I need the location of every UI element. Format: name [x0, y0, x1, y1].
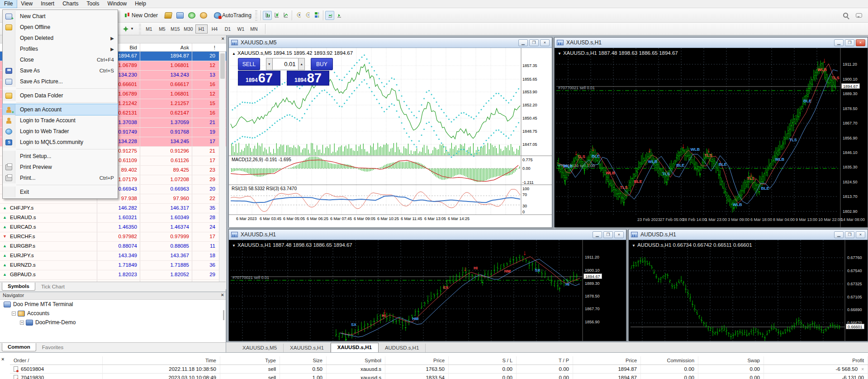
column-ask[interactable]: Ask — [140, 43, 192, 51]
orders-column-profit[interactable]: Profit — [764, 356, 868, 365]
orders-column-s-l[interactable]: S / L — [449, 356, 517, 365]
file-menu-item-login-to-mql5-community[interactable]: Login to MQL5.community — [3, 137, 118, 148]
menubar-item-view[interactable]: View — [17, 0, 37, 8]
community-icon[interactable] — [199, 11, 208, 20]
window-title-bar[interactable]: XAUUSD.s,H1 ▁ ❐ × — [229, 230, 626, 240]
orders-column-type[interactable]: Type — [220, 356, 280, 365]
orders-column-swap[interactable]: Swap — [698, 356, 764, 365]
chart-tab-1[interactable]: XAUUSD.s,H1 — [284, 344, 331, 352]
chat-icon[interactable] — [854, 11, 863, 20]
file-menu-item-print-preview[interactable]: Print Preview — [3, 162, 118, 173]
tile-windows-icon[interactable] — [312, 11, 321, 20]
close-order-icon[interactable]: × — [861, 367, 864, 372]
file-menu-item-print-[interactable]: Print...Ctrl+P — [3, 173, 118, 183]
market-watch-row[interactable]: EURAUD.s▲1.603211.6034928 — [0, 213, 226, 223]
line-chart-button[interactable] — [281, 11, 290, 20]
zoom-in-icon[interactable] — [294, 11, 303, 20]
window-title-bar[interactable]: AUDUSD.s,H1 ▁ ❐ × — [629, 230, 868, 240]
menubar-item-help[interactable]: Help — [131, 0, 150, 8]
market-watch-row[interactable]: GBPAUD.s▲1.820231.8205229 — [0, 270, 226, 280]
metaeditor-icon[interactable] — [175, 11, 185, 20]
file-menu-item-profiles[interactable]: Profiles▶ — [3, 43, 118, 54]
orders-column-time[interactable]: Time — [103, 356, 220, 365]
timeframe-h4[interactable]: H4 — [209, 24, 221, 34]
order-row[interactable]: 704198302023.03.10 10:08:49sell1.00xauus… — [10, 374, 868, 379]
file-menu-item-open-deleted[interactable]: Open Deleted▶ — [3, 33, 118, 43]
close-icon[interactable]: × — [222, 36, 224, 41]
timeframe-m15[interactable]: M15 — [169, 24, 181, 34]
file-menu-item-save-as-picture-[interactable]: Save As Picture... — [3, 76, 118, 87]
minimize-icon[interactable]: ▁ — [834, 231, 844, 238]
navigator-item[interactable]: −Accounts — [0, 309, 226, 318]
lot-size-input[interactable]: 0.01 — [273, 58, 299, 70]
order-row[interactable]: 650198042022.11.18 10:38:50sell0.50xauus… — [10, 365, 868, 374]
chart-area-h1-bottom[interactable]: #70770021 sell 0.01↑↓↑↓↑↓↑SXHIHMSXHIHMSX… — [229, 240, 626, 341]
file-menu-item-open-data-folder[interactable]: Open Data Folder — [3, 90, 118, 101]
chart-area-h1-top[interactable]: #70770021 sell 0.01#70419830 sell 1.00↑↓… — [555, 48, 868, 227]
menubar-item-insert[interactable]: Insert — [37, 0, 58, 8]
navigator-tab-favorites[interactable]: Favorites — [36, 343, 69, 352]
expand-icon[interactable]: + — [20, 321, 24, 325]
menubar-item-charts[interactable]: Charts — [58, 0, 82, 8]
chart-area-m5[interactable]: ▲XAUUSD.s,M5 1894.15 1895.42 1893.92 189… — [229, 48, 552, 227]
timeframe-m1[interactable]: M1 — [143, 24, 155, 34]
auto-scroll-button[interactable] — [325, 11, 334, 20]
autotrading-button[interactable]: AutoTrading — [211, 10, 254, 21]
window-title-bar[interactable]: XAUUSD.s,M5 ▁ ❐ × — [229, 38, 552, 48]
timeframe-d1[interactable]: D1 — [222, 24, 234, 34]
chart-tab-2[interactable]: XAUUSD.s,H1 — [331, 343, 379, 352]
orders-column-symbol[interactable]: Symbol — [327, 356, 385, 365]
minimize-icon[interactable]: ▁ — [593, 231, 602, 238]
file-menu-item-login-to-trade-account[interactable]: Login to Trade Account — [3, 115, 118, 126]
timeframe-w1[interactable]: W1 — [235, 24, 247, 34]
market-watch-row[interactable]: EURJPY.s▲143.349143.36718 — [0, 251, 226, 261]
menubar-item-file[interactable]: File — [0, 0, 17, 8]
collapse-icon[interactable]: − — [12, 312, 16, 316]
timeframe-m5[interactable]: M5 — [156, 24, 168, 34]
orders-column-size[interactable]: Size — [280, 356, 327, 365]
close-icon[interactable]: × — [614, 231, 624, 238]
restore-icon[interactable]: ❐ — [529, 39, 539, 46]
column-spread[interactable]: ! — [192, 43, 219, 51]
orders-column-price[interactable]: Price — [573, 356, 641, 365]
zoom-out-icon[interactable] — [303, 11, 312, 20]
file-menu-item-save-as[interactable]: Save AsCtrl+S — [3, 65, 118, 76]
menubar-item-tools[interactable]: Tools — [83, 0, 104, 8]
chart-window-audusd-h1[interactable]: AUDUSD.s,H1 ▁ ❐ × ▼AUDUSD.s,H1 0.66734 0… — [628, 229, 868, 341]
window-title-bar[interactable]: XAUUSD.s,H1 ▁ ❐ × — [555, 38, 868, 48]
restore-icon[interactable]: ❐ — [845, 39, 854, 46]
orders-column-t-p[interactable]: T / P — [517, 356, 573, 365]
minimize-icon[interactable]: ▁ — [518, 39, 528, 46]
buy-price-display[interactable]: 189487 — [287, 71, 329, 86]
file-menu-item-open-offline[interactable]: Open Offline — [3, 22, 118, 33]
close-icon[interactable]: × — [540, 39, 550, 46]
timeframe-m30[interactable]: M30 — [182, 24, 194, 34]
navigator-item[interactable]: +DooPrime-Demo — [0, 318, 226, 327]
chart-window-xauusd-h1-top[interactable]: XAUUSD.s,H1 ▁ ❐ × #70770021 sell 0.01#70… — [554, 37, 868, 227]
lot-increase-button[interactable]: ▲ — [298, 58, 305, 70]
market-watch-row[interactable]: EURGBP.s▲0.880740.8808511 — [0, 242, 226, 251]
sell-button[interactable]: SELL — [238, 58, 260, 70]
restore-icon[interactable]: ❐ — [845, 231, 854, 238]
market-icon[interactable] — [164, 11, 173, 20]
candlestick-button[interactable] — [272, 11, 281, 20]
close-icon[interactable]: × — [221, 292, 224, 297]
navigator-scrollbar[interactable] — [223, 310, 224, 320]
chart-shift-button[interactable] — [334, 11, 343, 20]
navigator-tab-common[interactable]: Common — [2, 343, 36, 351]
market-watch-row[interactable]: EURCHF.s▼0.979820.9799917 — [0, 232, 226, 242]
close-icon[interactable]: × — [856, 231, 865, 238]
indicators-button[interactable]: ▼ — [120, 24, 136, 34]
file-menu-item-new-chart[interactable]: +New Chart — [3, 11, 118, 22]
buy-button[interactable]: BUY — [311, 58, 333, 70]
chart-tab-0[interactable]: XAUUSD.s,M5 — [236, 344, 284, 352]
market-watch-tab-symbols[interactable]: Symbols — [2, 283, 35, 291]
close-icon[interactable]: × — [1, 356, 4, 362]
new-order-button[interactable]: New Order — [120, 10, 160, 21]
file-menu-item-print-setup-[interactable]: Print Setup... — [3, 151, 118, 162]
file-menu-item-exit[interactable]: Exit — [3, 187, 118, 197]
timeframe-h1[interactable]: H1 — [195, 24, 208, 34]
file-menu-item-login-to-web-trader[interactable]: Login to Web Trader — [3, 126, 118, 137]
market-watch-row[interactable]: CHFJPY.s▲146.282146.31735 — [0, 204, 226, 213]
market-watch-row[interactable]: EURNZD.s▲1.718491.7188536 — [0, 261, 226, 270]
